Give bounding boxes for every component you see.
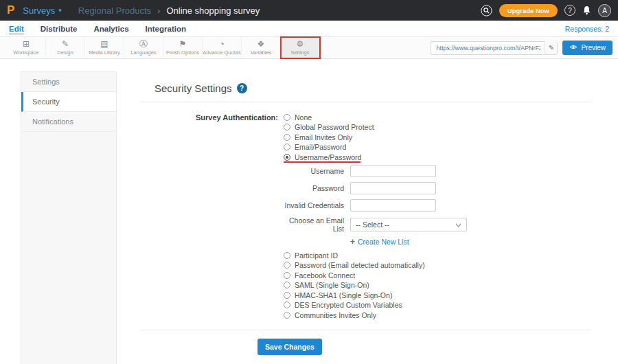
finish-options-icon: ⚑ [179,40,187,48]
radio-label: Facebook Connect [295,271,355,280]
survey-url-group: ✎ Preview [431,37,618,58]
sidebar-item-security[interactable]: Security [21,92,116,112]
toolbar-item-media-library[interactable]: ▤ Media Library [85,37,124,58]
toolbar-item-finish-options[interactable]: ⚑ Finish Options [163,37,203,58]
toolbar-item-label: Finish Options [166,49,199,56]
radio-option-hmac-sha1[interactable]: HMAC-SHA1 (Single Sign-On) [284,291,467,299]
top-divider [141,102,591,102]
radio-label: Email/Password [295,143,346,151]
toolbar-item-label: Languages [130,49,156,56]
help-badge-icon[interactable]: ? [237,83,247,93]
toolbar-item-design[interactable]: ✎ Design [46,37,85,58]
radio-option-none[interactable]: None [284,113,467,121]
preview-label: Preview [581,44,606,52]
help-icon[interactable]: ? [564,5,575,16]
save-changes-button[interactable]: Save Changes [258,339,322,355]
auth-options-column: None Global Password Protect Email Invit… [284,113,467,321]
radio-option-des-encrypted[interactable]: DES Encrypted Custom Variables [284,302,467,309]
sidebar-item-settings[interactable]: Settings [21,72,116,92]
radio-input-email-password[interactable] [284,144,290,150]
radio-input-email-invites[interactable] [284,134,290,141]
sidebar-item-notifications[interactable]: Notifications [21,112,116,132]
radio-input-global-password[interactable] [284,124,290,130]
radio-input-username-password[interactable] [284,154,290,161]
radio-input-facebook-connect[interactable] [284,272,290,279]
avatar[interactable]: A [598,4,611,17]
radio-label: DES Encrypted Custom Variables [295,301,402,309]
chevron-down-icon: ▾ [58,7,62,14]
toolbar-item-variables[interactable]: ❖ Variables [242,37,281,58]
radio-label: Email Invites Only [295,133,352,141]
radio-option-facebook-connect[interactable]: Facebook Connect [284,271,467,279]
radio-option-username-password[interactable]: Username/Password [284,153,467,161]
toolbar-item-label: Media Library [89,49,119,56]
password-input[interactable] [350,182,436,194]
edit-url-pencil-icon[interactable]: ✎ [545,41,557,54]
notifications-bell-icon[interactable] [582,5,591,15]
advance-quotas-icon: ◔ [219,40,224,48]
radio-option-participant-id[interactable]: Participant ID [284,251,467,259]
radio-option-communities-invites[interactable]: Communities Invites Only [284,311,467,319]
radio-input-password-email-detected[interactable] [284,262,290,269]
email-list-label: Choose an Email List [284,216,344,233]
email-list-field-row: Choose an Email List -- Select -- [284,216,467,233]
password-field-row: Password [284,182,467,194]
edit-toolbar: ⊞ Workspace ✎ Design ▤ Media Library Ⓐ L… [0,37,618,59]
bottom-divider [141,330,591,330]
tab-integration[interactable]: Integration [146,25,186,33]
responses-count[interactable]: Responses: 2 [565,25,609,33]
surveys-menu[interactable]: Surveys ▾ [23,5,62,16]
radio-option-email-invites-only[interactable]: Email Invites Only [284,133,467,141]
email-list-select[interactable]: -- Select -- [350,218,467,231]
toolbar-item-workspace[interactable]: ⊞ Workspace [7,37,46,58]
radio-label: Username/Password [295,153,361,161]
radio-option-saml[interactable]: SAML (Single Sign-On) [284,282,467,289]
invalid-credentials-field-row: Invalid Credentials [284,199,467,212]
form-footer: Save Changes [258,339,618,355]
security-settings-panel: Security Settings ? Survey Authenticatio… [117,59,618,364]
survey-url-box: ✎ [431,41,558,55]
invalid-credentials-label: Invalid Credentials [284,201,344,209]
invalid-credentials-input[interactable] [350,199,436,212]
radio-option-password-email-detected[interactable]: Password (Email detected automatically) [284,262,467,269]
radio-input-none[interactable] [284,114,290,121]
breadcrumb-current: Online shopping survey [166,5,260,16]
radio-input-des-encrypted[interactable] [284,302,290,308]
toolbar-item-label: Settings [290,49,309,56]
toolbar-item-advance-quotas[interactable]: ◔ Advance Quotas [203,37,242,58]
toolbar-item-label: Advance Quotas [203,49,240,56]
radio-option-global-password-protect[interactable]: Global Password Protect [284,124,467,131]
radio-option-email-password[interactable]: Email/Password [284,144,467,151]
toolbar-item-languages[interactable]: Ⓐ Languages [124,37,163,58]
media-library-icon: ▤ [100,40,108,48]
radio-input-participant-id[interactable] [284,252,290,259]
security-form: Survey Authentication: None Global Passw… [117,113,618,321]
radio-label: SAML (Single Sign-On) [295,281,369,289]
radio-input-hmac-sha1[interactable] [284,292,290,299]
settings-sidebar: Settings Security Notifications [21,71,117,364]
design-icon: ✎ [62,40,69,48]
preview-button[interactable]: Preview [562,41,613,55]
radio-input-saml[interactable] [284,282,290,288]
upgrade-button[interactable]: Upgrade Now [499,4,558,17]
breadcrumb-parent[interactable]: Regional Products [78,5,151,16]
workspace-icon: ⊞ [23,40,30,48]
radio-label: Participant ID [295,251,338,260]
radio-label: Global Password Protect [295,123,374,131]
chevron-down-icon [455,220,461,229]
radio-input-communities-invites[interactable] [284,312,290,319]
create-new-list-link[interactable]: + Create New List [350,238,467,246]
search-icon[interactable] [481,5,492,16]
radio-label: Communities Invites Only [295,311,376,319]
tab-distribute[interactable]: Distribute [41,25,78,33]
username-input[interactable] [350,165,436,177]
toolbar-item-label: Variables [251,49,272,56]
questionpro-logo[interactable]: P [7,3,14,17]
tab-analytics[interactable]: Analytics [93,25,128,33]
toolbar-item-label: Workspace [13,49,38,56]
survey-url-input[interactable] [431,41,558,55]
toolbar-item-settings[interactable]: ⚙ Settings [281,37,320,58]
radio-label: None [295,113,312,122]
topbar: P Surveys ▾ Regional Products › Online s… [0,0,618,21]
tab-edit[interactable]: Edit [9,25,24,33]
